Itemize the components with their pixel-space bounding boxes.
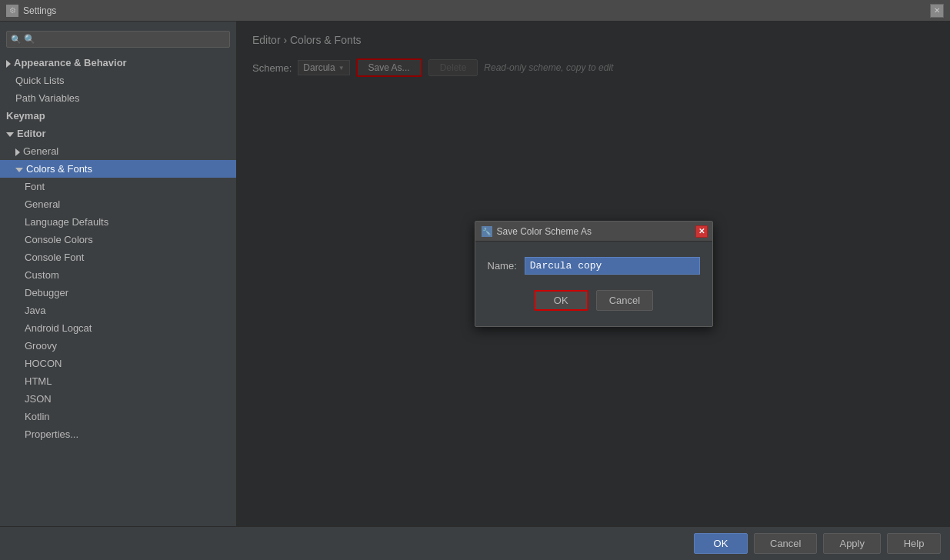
name-label: Name: [488,260,517,272]
collapse-icon [15,148,20,156]
bottom-bar: OK Cancel Apply Help [0,526,950,560]
window-icon: ⚙ [6,5,18,17]
window-close-button[interactable]: ✕ [930,4,944,18]
sidebar-item-path-variables[interactable]: Path Variables [0,89,236,107]
window-title: Settings [23,5,56,16]
title-bar: ⚙ Settings ✕ [0,0,950,22]
sidebar-item-language-defaults[interactable]: Language Defaults [0,213,236,231]
modal-buttons: OK Cancel [488,290,700,311]
sidebar-item-console-colors[interactable]: Console Colors [0,231,236,248]
sidebar-item-json[interactable]: JSON [0,390,236,408]
help-button[interactable]: Help [887,533,941,554]
sidebar-item-html[interactable]: HTML [0,372,236,390]
search-input[interactable] [6,31,230,48]
sidebar-item-keymap[interactable]: Keymap [0,107,236,125]
content-area: Editor › Colors & Fonts Scheme: Darcula … [237,22,950,526]
collapse-icon [6,60,11,68]
sidebar-item-console-font[interactable]: Console Font [0,248,236,266]
sidebar-item-kotlin[interactable]: Kotlin [0,408,236,425]
sidebar-item-appearance-behavior[interactable]: Appearance & Behavior [0,54,236,72]
sidebar-item-font[interactable]: Font [0,178,236,195]
save-color-scheme-dialog: 🔧 Save Color Scheme As ✕ Name: OK Cancel [475,221,713,327]
expand-icon [6,132,14,137]
modal-body: Name: OK Cancel [475,242,712,326]
cancel-button[interactable]: Cancel [754,533,817,554]
modal-overlay: 🔧 Save Color Scheme As ✕ Name: OK Cancel [237,22,950,526]
sidebar-item-debugger[interactable]: Debugger [0,284,236,302]
search-box: 🔍 [6,31,230,48]
expand-icon [15,168,23,172]
modal-ok-button[interactable]: OK [534,290,588,311]
modal-title-bar: 🔧 Save Color Scheme As ✕ [475,222,712,242]
name-field-row: Name: [488,257,700,275]
sidebar-item-groovy[interactable]: Groovy [0,337,236,355]
sidebar-item-general[interactable]: General [0,142,236,160]
sidebar-item-java[interactable]: Java [0,302,236,319]
sidebar-item-editor[interactable]: Editor [0,125,236,142]
sidebar-item-quick-lists[interactable]: Quick Lists [0,72,236,89]
name-input[interactable] [525,257,700,275]
sidebar-item-colors-fonts[interactable]: Colors & Fonts [0,160,236,178]
sidebar: 🔍 Appearance & Behavior Quick Lists Path… [0,22,237,526]
modal-cancel-button[interactable]: Cancel [596,290,653,311]
modal-close-button[interactable]: ✕ [695,225,708,238]
sidebar-item-hocon[interactable]: HOCON [0,355,236,372]
sidebar-item-custom[interactable]: Custom [0,266,236,284]
sidebar-item-android-logcat[interactable]: Android Logcat [0,319,236,337]
modal-title: Save Color Scheme As [497,226,592,237]
search-icon: 🔍 [11,35,22,45]
sidebar-item-general2[interactable]: General [0,195,236,213]
modal-icon: 🔧 [482,226,492,237]
sidebar-item-properties[interactable]: Properties... [0,425,236,443]
main-container: 🔍 Appearance & Behavior Quick Lists Path… [0,22,950,526]
apply-button[interactable]: Apply [823,533,881,554]
ok-button[interactable]: OK [694,533,748,554]
